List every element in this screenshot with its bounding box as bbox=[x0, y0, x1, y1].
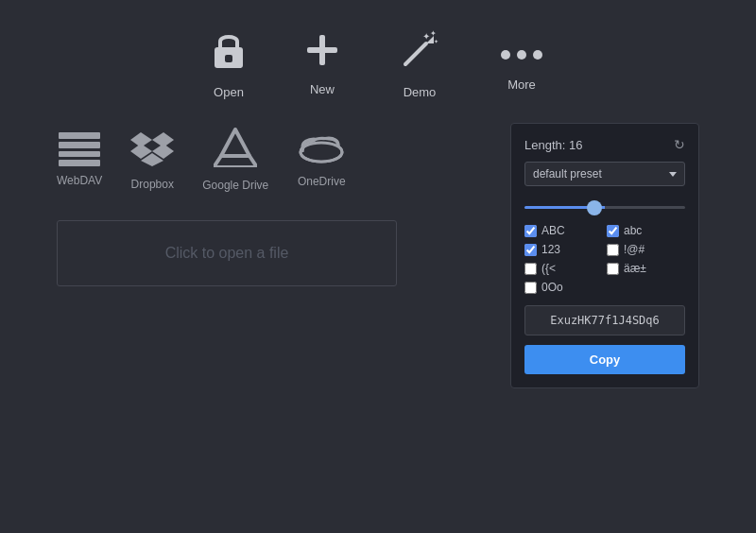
checkbox-numbers-input[interactable] bbox=[524, 244, 537, 256]
svg-rect-1 bbox=[225, 55, 232, 62]
service-webdav[interactable]: WebDAV bbox=[57, 132, 102, 187]
left-panel: WebDAV Dropbox bbox=[57, 128, 501, 388]
toolbar-open[interactable]: Open bbox=[211, 28, 247, 99]
webdav-label: WebDAV bbox=[57, 174, 102, 187]
svg-point-11 bbox=[533, 50, 542, 60]
checkbox-ambiguous[interactable]: 0Oo bbox=[524, 281, 603, 294]
new-label: New bbox=[310, 82, 335, 96]
lock-icon bbox=[211, 28, 247, 77]
slider-container bbox=[524, 196, 685, 213]
checkbox-special[interactable]: !@# bbox=[607, 243, 685, 256]
service-dropbox[interactable]: Dropbox bbox=[130, 129, 174, 191]
open-label: Open bbox=[214, 85, 244, 99]
wand-icon: ✦ ✦ ✦ bbox=[398, 28, 441, 77]
file-open-area[interactable]: Click to open a file bbox=[57, 220, 397, 286]
checkbox-abc-upper-input[interactable] bbox=[524, 225, 537, 237]
preset-select[interactable]: default preset letters only numbers only… bbox=[524, 162, 685, 186]
copy-button[interactable]: Copy bbox=[524, 345, 685, 374]
svg-point-9 bbox=[501, 50, 510, 60]
toolbar: Open New ✦ ✦ ✦ Demo bbox=[0, 0, 756, 118]
checkbox-brackets-label: ({< bbox=[541, 262, 556, 275]
generated-password: ExuzHK77f1J4SDq6 bbox=[524, 305, 685, 335]
checkbox-numbers-label: 123 bbox=[541, 243, 560, 256]
checkbox-numbers[interactable]: 123 bbox=[524, 243, 603, 256]
svg-rect-3 bbox=[307, 47, 337, 53]
google-drive-icon bbox=[214, 128, 257, 171]
checkbox-umlaut[interactable]: äæ± bbox=[607, 262, 685, 275]
svg-text:✦: ✦ bbox=[422, 31, 430, 42]
refresh-icon[interactable]: ↻ bbox=[674, 137, 685, 152]
checkbox-umlaut-input[interactable] bbox=[607, 263, 619, 275]
checkbox-brackets-input[interactable] bbox=[524, 263, 537, 275]
checkbox-ambiguous-input[interactable] bbox=[524, 282, 537, 294]
checkbox-abc-lower[interactable]: abc bbox=[607, 224, 685, 237]
file-open-text: Click to open a file bbox=[165, 245, 289, 262]
onedrive-icon bbox=[297, 131, 346, 167]
checkbox-ambiguous-label: 0Oo bbox=[541, 281, 563, 294]
svg-text:✦: ✦ bbox=[430, 29, 437, 38]
service-onedrive[interactable]: OneDrive bbox=[297, 131, 346, 188]
svg-point-10 bbox=[517, 50, 526, 60]
more-icon bbox=[498, 36, 545, 70]
password-generator-panel: Length: 16 ↻ default preset letters only… bbox=[510, 123, 699, 388]
length-slider[interactable] bbox=[524, 206, 685, 209]
checkbox-abc-lower-input[interactable] bbox=[607, 225, 619, 237]
toolbar-more[interactable]: More bbox=[498, 36, 545, 92]
demo-label: Demo bbox=[404, 85, 437, 99]
svg-text:✦: ✦ bbox=[434, 39, 438, 44]
dropbox-icon bbox=[130, 129, 174, 170]
toolbar-new[interactable]: New bbox=[303, 31, 341, 96]
length-label: Length: 16 bbox=[524, 138, 582, 152]
service-google-drive[interactable]: Google Drive bbox=[202, 128, 268, 192]
checkbox-special-label: !@# bbox=[624, 243, 644, 256]
checkbox-brackets[interactable]: ({< bbox=[524, 262, 603, 275]
checkbox-grid: ABC abc 123 !@# ({< äæ± bbox=[524, 224, 685, 294]
svg-marker-17 bbox=[221, 129, 249, 156]
dropbox-label: Dropbox bbox=[131, 178, 174, 191]
plus-icon bbox=[303, 31, 341, 75]
checkbox-abc-lower-label: abc bbox=[624, 224, 642, 237]
checkbox-special-input[interactable] bbox=[607, 244, 619, 256]
main-content: WebDAV Dropbox bbox=[0, 118, 756, 388]
checkbox-umlaut-label: äæ± bbox=[624, 262, 646, 275]
more-label: More bbox=[507, 77, 536, 92]
checkbox-abc-upper[interactable]: ABC bbox=[524, 224, 603, 237]
toolbar-demo[interactable]: ✦ ✦ ✦ Demo bbox=[398, 28, 441, 99]
service-grid: WebDAV Dropbox bbox=[57, 128, 501, 192]
onedrive-label: OneDrive bbox=[298, 175, 346, 188]
checkbox-abc-upper-label: ABC bbox=[541, 224, 565, 237]
google-drive-label: Google Drive bbox=[202, 179, 268, 192]
length-row: Length: 16 ↻ bbox=[524, 137, 685, 152]
svg-line-4 bbox=[405, 43, 426, 64]
webdav-icon bbox=[59, 132, 100, 166]
